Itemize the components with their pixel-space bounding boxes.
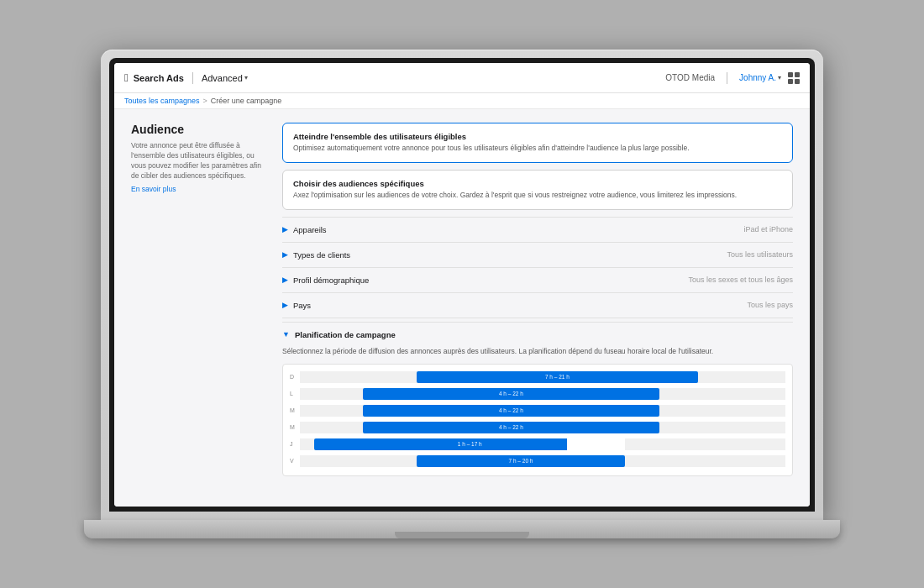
planification-collapse-icon: ▼	[282, 330, 290, 339]
expand-label-appareils: Appareils	[293, 225, 743, 234]
audience-content-col: Atteindre l'ensemble des utilisateurs él…	[282, 123, 793, 476]
expand-label-types: Types de clients	[293, 250, 727, 260]
user-menu[interactable]: Johnny A. ▾	[739, 73, 781, 82]
schedule-bar-label-L: 4 h – 22 h	[496, 391, 526, 396]
expand-value-profil: Tous les sexes et tous les âges	[688, 276, 793, 284]
schedule-bar-container-D: 7 h – 21 h	[300, 371, 785, 383]
option-specific-audiences-card[interactable]: Choisir des audiences spécifiques Axez l…	[282, 170, 793, 210]
topbar-right: OTOD Media Johnny A. ▾	[665, 72, 800, 84]
schedule-row-J: J 1 h – 17 h	[290, 437, 785, 452]
schedule-bar-label-M2: 4 h – 22 h	[496, 424, 526, 430]
planification-header[interactable]: ▼ Planification de campagne	[282, 322, 793, 347]
schedule-chart: D 7 h – 21 h	[282, 364, 793, 476]
advanced-menu[interactable]: Advanced ▾	[202, 73, 248, 83]
expand-rows: ▶ Appareils iPad et iPhone ▶ Types de cl…	[282, 217, 793, 318]
user-name-label: Johnny A.	[739, 73, 776, 82]
expand-icon-appareils: ▶	[282, 225, 288, 234]
option-all-users-title: Atteindre l'ensemble des utilisateurs él…	[293, 132, 782, 141]
planification-desc: Sélectionnez la période de diffusion des…	[282, 347, 793, 357]
topbar:  Search Ads Advanced ▾ OTOD Media Johnn…	[114, 63, 810, 93]
schedule-bar-container-L: 4 h – 22 h	[300, 388, 785, 400]
audience-learn-more-link[interactable]: En savoir plus	[131, 185, 265, 193]
schedule-row-L: L 4 h – 22 h	[290, 386, 785, 402]
schedule-day-L: L	[290, 391, 300, 396]
expand-icon-pays: ▶	[282, 301, 288, 309]
laptop-screen-outer:  Search Ads Advanced ▾ OTOD Media Johnn…	[101, 50, 823, 520]
option-specific-desc: Axez l'optimisation sur les audiences de…	[293, 191, 782, 201]
schedule-bar-container-M1: 4 h – 22 h	[300, 405, 785, 417]
expand-icon-types: ▶	[282, 250, 288, 259]
schedule-day-D: D	[290, 374, 300, 380]
schedule-day-M2: M	[290, 424, 300, 430]
schedule-bar-container-M2: 4 h – 22 h	[300, 422, 785, 433]
schedule-gap-J	[567, 438, 625, 450]
schedule-bar-D: 7 h – 21 h	[417, 371, 698, 383]
breadcrumb: Toutes les campagnes > Créer une campagn…	[114, 93, 810, 109]
planification-title: Planification de campagne	[295, 330, 396, 339]
apple-logo-icon: 	[124, 71, 129, 84]
expand-row-types-clients[interactable]: ▶ Types de clients Tous les utilisateurs	[282, 242, 793, 267]
schedule-day-J: J	[290, 441, 300, 447]
topbar-divider	[192, 72, 193, 84]
schedule-day-M1: M	[290, 407, 300, 413]
option-all-users-desc: Optimisez automatiquement votre annonce …	[293, 144, 782, 154]
audience-label-col: Audience Votre annonce peut être diffusé…	[131, 123, 265, 476]
advanced-label-text: Advanced	[202, 73, 243, 83]
schedule-row-V: V 7 h – 20 h	[290, 454, 785, 469]
user-chevron-icon: ▾	[778, 74, 781, 81]
main-content: Audience Votre annonce peut être diffusé…	[114, 109, 810, 507]
schedule-row-D: D 7 h – 21 h	[290, 370, 785, 385]
expand-row-profil[interactable]: ▶ Profil démographique Tous les sexes et…	[282, 267, 793, 292]
org-name-label: OTOD Media	[665, 73, 715, 82]
layout-icon[interactable]	[788, 72, 800, 84]
schedule-day-V: V	[290, 458, 300, 464]
schedule-bar-label-D: 7 h – 21 h	[543, 374, 572, 380]
option-specific-title: Choisir des audiences spécifiques	[293, 179, 782, 188]
expand-row-pays[interactable]: ▶ Pays Tous les pays	[282, 292, 793, 318]
breadcrumb-campaigns[interactable]: Toutes les campagnes	[124, 97, 200, 105]
schedule-bar-container-V: 7 h – 20 h	[300, 455, 785, 467]
topbar-right-divider	[727, 72, 727, 84]
breadcrumb-separator: >	[203, 97, 207, 105]
schedule-row-M1: M 4 h – 22 h	[290, 403, 785, 418]
expand-value-appareils: iPad et iPhone	[743, 225, 793, 234]
expand-value-pays: Tous les pays	[747, 301, 793, 309]
breadcrumb-current: Créer une campagne	[211, 97, 282, 105]
laptop-base	[84, 520, 840, 538]
topbar-left:  Search Ads Advanced ▾	[124, 71, 665, 84]
advanced-chevron-icon: ▾	[244, 74, 248, 81]
audience-section: Audience Votre annonce peut être diffusé…	[131, 123, 793, 476]
schedule-bar-M2: 4 h – 22 h	[363, 422, 659, 433]
expand-value-types: Tous les utilisateurs	[727, 250, 793, 259]
expand-row-appareils[interactable]: ▶ Appareils iPad et iPhone	[282, 217, 793, 242]
search-ads-label: Search Ads	[134, 73, 184, 83]
schedule-bar-V: 7 h – 20 h	[417, 455, 626, 467]
schedule-bar-M1: 4 h – 22 h	[363, 405, 659, 417]
schedule-row-M2: M 4 h – 22 h	[290, 420, 785, 435]
schedule-bar-label-V: 7 h – 20 h	[507, 458, 536, 464]
screen-bezel:  Search Ads Advanced ▾ OTOD Media Johnn…	[109, 58, 815, 512]
screen:  Search Ads Advanced ▾ OTOD Media Johnn…	[114, 63, 810, 507]
schedule-bar-L: 4 h – 22 h	[363, 388, 659, 400]
option-all-users-card[interactable]: Atteindre l'ensemble des utilisateurs él…	[282, 123, 793, 163]
schedule-bar-label-J: 1 h – 17 h	[455, 441, 485, 447]
audience-description: Votre annonce peut être diffusée à l'ens…	[131, 141, 265, 181]
schedule-bar-container-J: 1 h – 17 h	[300, 438, 785, 450]
expand-label-profil: Profil démographique	[293, 276, 688, 285]
expand-icon-profil: ▶	[282, 276, 288, 284]
planification-section: ▼ Planification de campagne Sélectionnez…	[282, 322, 793, 476]
audience-title: Audience	[131, 123, 265, 136]
expand-label-pays: Pays	[293, 301, 747, 310]
schedule-bar-label-M1: 4 h – 22 h	[496, 407, 526, 413]
